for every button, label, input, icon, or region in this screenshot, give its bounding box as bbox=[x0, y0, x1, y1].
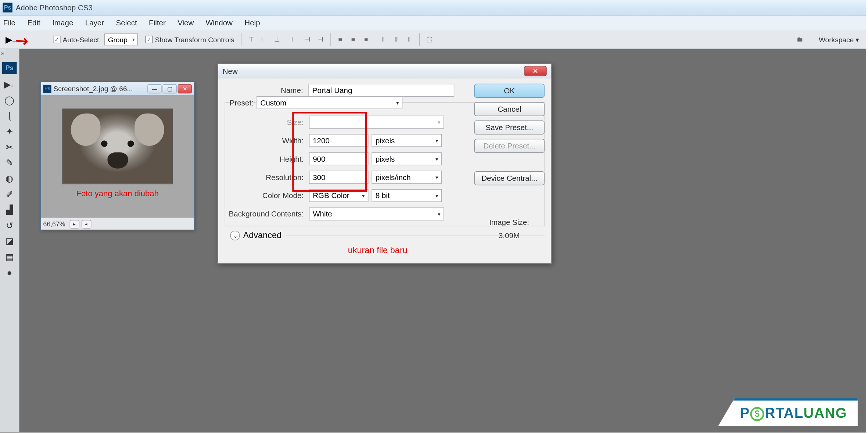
resolution-input[interactable] bbox=[309, 171, 369, 184]
width-input[interactable] bbox=[309, 134, 369, 147]
cancel-button[interactable]: Cancel bbox=[474, 102, 545, 116]
resolution-unit-dropdown[interactable]: pixels/inch bbox=[372, 171, 442, 184]
new-document-dialog: New ✕ Name: Preset: Custom Size: bbox=[218, 64, 551, 263]
bg-label: Background Contents: bbox=[225, 209, 309, 218]
distribute-bottom-icon[interactable]: ≡ bbox=[360, 33, 372, 45]
document-icon: Ps bbox=[43, 85, 51, 93]
crop-tool-icon[interactable]: ✂ bbox=[2, 140, 17, 155]
maximize-button[interactable]: ▢ bbox=[162, 84, 176, 93]
zoom-level[interactable]: 66,67% bbox=[43, 220, 65, 228]
auto-select-dropdown[interactable]: Group bbox=[104, 33, 137, 45]
eyedropper-tool-icon[interactable]: ✎ bbox=[2, 155, 17, 170]
workspace: » Ps ▶₊ ◯ ɭ ✦ ✂ ✎ ◍ ✐ ▟ ↺ ◪ ▤ ● Ps Scree… bbox=[0, 49, 866, 432]
align-hcenter-icon[interactable]: ⊣ bbox=[301, 33, 313, 45]
align-vcenter-icon[interactable]: ⊢ bbox=[258, 33, 270, 45]
menu-select[interactable]: Select bbox=[116, 18, 137, 27]
auto-select-label: Auto-Select: bbox=[63, 35, 101, 43]
dialog-title-bar[interactable]: New ✕ bbox=[218, 64, 551, 78]
distribute-left-icon[interactable]: ⦀ bbox=[377, 33, 389, 45]
close-button[interactable]: ✕ bbox=[178, 84, 192, 93]
document-status-bar: 66,67% ▸ ◂ bbox=[41, 218, 194, 229]
colordepth-dropdown[interactable]: 8 bit bbox=[372, 189, 442, 202]
annotation-text-2: ukuran file baru bbox=[348, 246, 408, 255]
align-top-icon[interactable]: ⊤ bbox=[245, 33, 257, 45]
app-title: Adobe Photoshop CS3 bbox=[16, 3, 93, 12]
menu-view[interactable]: View bbox=[177, 18, 194, 27]
show-transform-label: Show Transform Controls bbox=[155, 35, 234, 43]
marquee-tool-icon[interactable]: ◯ bbox=[2, 93, 17, 108]
scroll-left-icon[interactable]: ◂ bbox=[82, 220, 91, 229]
photoshop-icon: Ps bbox=[3, 3, 12, 12]
gradient-tool-icon[interactable]: ▤ bbox=[2, 250, 17, 264]
document-title: Screenshot_2.jpg @ 66... bbox=[54, 85, 148, 93]
align-right-icon[interactable]: ⊣ bbox=[314, 33, 326, 45]
dialog-title: New bbox=[223, 67, 238, 76]
height-input[interactable] bbox=[309, 153, 369, 165]
menu-bar: File Edit Image Layer Select Filter View… bbox=[0, 16, 866, 31]
document-window: Ps Screenshot_2.jpg @ 66... — ▢ ✕ Foto y… bbox=[40, 82, 194, 230]
size-label: Size: bbox=[225, 118, 309, 126]
align-bottom-icon[interactable]: ⊥ bbox=[271, 33, 283, 45]
colormode-dropdown[interactable]: RGB Color bbox=[309, 189, 369, 202]
preset-label: Preset: bbox=[225, 98, 257, 107]
height-unit-dropdown[interactable]: pixels bbox=[372, 153, 442, 165]
dialog-close-button[interactable]: ✕ bbox=[524, 66, 547, 76]
menu-image[interactable]: Image bbox=[52, 18, 73, 27]
workspace-dropdown[interactable]: Workspace ▾ bbox=[815, 34, 862, 44]
colormode-label: Color Mode: bbox=[225, 191, 309, 200]
minimize-button[interactable]: — bbox=[147, 84, 161, 93]
document-title-bar[interactable]: Ps Screenshot_2.jpg @ 66... — ▢ ✕ bbox=[41, 82, 194, 96]
history-brush-tool-icon[interactable]: ↺ bbox=[2, 218, 17, 233]
go-to-bridge-icon[interactable]: 🖿 bbox=[792, 33, 807, 45]
move-tool-icon[interactable]: ▶₊ bbox=[2, 77, 17, 92]
watermark: P$RTALUANG bbox=[718, 398, 858, 426]
blur-tool-icon[interactable]: ● bbox=[2, 265, 17, 280]
eraser-tool-icon[interactable]: ◪ bbox=[2, 234, 17, 249]
lasso-tool-icon[interactable]: ɭ bbox=[2, 108, 17, 123]
align-left-icon[interactable]: ⊢ bbox=[288, 33, 300, 45]
resolution-label: Resolution: bbox=[225, 173, 309, 182]
width-label: Width: bbox=[225, 136, 309, 145]
distribute-top-icon[interactable]: ≡ bbox=[334, 33, 346, 45]
healing-brush-tool-icon[interactable]: ◍ bbox=[2, 171, 17, 186]
document-canvas[interactable] bbox=[62, 108, 173, 184]
height-label: Height: bbox=[225, 154, 309, 163]
auto-select-checkbox[interactable]: ✓ bbox=[53, 36, 61, 43]
delete-preset-button: Delete Preset... bbox=[474, 139, 545, 153]
save-preset-button[interactable]: Save Preset... bbox=[474, 121, 545, 134]
ok-button[interactable]: OK bbox=[474, 84, 545, 98]
clone-stamp-tool-icon[interactable]: ▟ bbox=[2, 202, 17, 217]
show-transform-checkbox[interactable]: ✓ bbox=[145, 36, 153, 43]
distribute-hcenter-icon[interactable]: ⦀ bbox=[390, 33, 402, 45]
doc-info-icon[interactable]: ▸ bbox=[69, 220, 79, 229]
name-input[interactable] bbox=[308, 84, 454, 97]
distribute-right-icon[interactable]: ⦀ bbox=[403, 33, 415, 45]
device-central-button[interactable]: Device Central... bbox=[474, 171, 545, 185]
preset-dropdown[interactable]: Custom bbox=[257, 96, 402, 109]
bg-dropdown[interactable]: White bbox=[309, 207, 444, 220]
menu-help[interactable]: Help bbox=[244, 18, 260, 27]
menu-file[interactable]: File bbox=[3, 18, 15, 27]
image-size-info: Image Size: 3,09M bbox=[478, 215, 540, 243]
image-size-label: Image Size: bbox=[478, 215, 540, 229]
auto-align-icon[interactable]: ⬚ bbox=[423, 33, 435, 45]
width-unit-dropdown[interactable]: pixels bbox=[372, 134, 442, 147]
collapse-icon[interactable]: » bbox=[0, 49, 6, 57]
advanced-toggle[interactable]: ⌄ bbox=[230, 231, 240, 240]
quick-select-tool-icon[interactable]: ✦ bbox=[2, 124, 17, 139]
menu-layer[interactable]: Layer bbox=[85, 18, 104, 27]
distribute-vcenter-icon[interactable]: ≡ bbox=[347, 33, 359, 45]
toolbox: Ps ▶₊ ◯ ɭ ✦ ✂ ✎ ◍ ✐ ▟ ↺ ◪ ▤ ● bbox=[0, 49, 19, 432]
name-label: Name: bbox=[225, 86, 309, 95]
options-bar: ▶₊ ↘ ✓ Auto-Select: Group ✓ Show Transfo… bbox=[0, 30, 866, 49]
ps-badge-icon: Ps bbox=[2, 62, 17, 74]
brush-tool-icon[interactable]: ✐ bbox=[2, 187, 17, 202]
advanced-label: Advanced bbox=[243, 231, 282, 240]
annotation-text: Foto yang akan diubah bbox=[76, 189, 159, 198]
menu-window[interactable]: Window bbox=[206, 18, 233, 27]
size-dropdown bbox=[309, 116, 444, 129]
menu-filter[interactable]: Filter bbox=[149, 18, 166, 27]
menu-edit[interactable]: Edit bbox=[27, 18, 40, 27]
title-bar: Ps Adobe Photoshop CS3 bbox=[0, 0, 866, 16]
image-size-value: 3,09M bbox=[478, 229, 540, 243]
